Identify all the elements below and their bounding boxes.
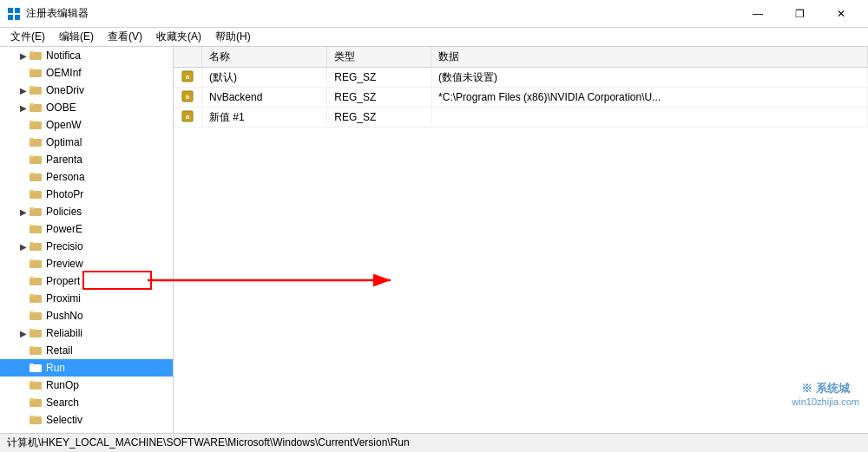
tree-item-precisio[interactable]: ▶ Precisio (0, 238, 173, 255)
svg-rect-30 (30, 242, 34, 245)
tree-item-runop[interactable]: ▶ RunOp (0, 377, 173, 394)
menu-edit[interactable]: 编辑(E) (52, 28, 101, 46)
tree-item-powere[interactable]: ▶ PowerE (0, 220, 173, 238)
svg-rect-0 (8, 8, 13, 13)
tree-label: Precisio (46, 240, 83, 252)
folder-icon (30, 67, 43, 79)
close-button[interactable]: ✕ (821, 1, 861, 27)
folder-icon (30, 292, 43, 305)
col-name-header[interactable]: 名称 (202, 47, 327, 68)
row-data: (数值未设置) (431, 68, 868, 88)
folder-icon (30, 49, 43, 62)
folder-icon (30, 119, 43, 131)
svg-rect-1 (15, 8, 20, 13)
expander-precisio[interactable]: ▶ (17, 240, 30, 252)
string-value-icon: a (181, 89, 194, 103)
svg-rect-22 (30, 173, 34, 175)
row-name: (默认) (202, 68, 327, 88)
tree-item-preview[interactable]: ▶ Preview (0, 255, 173, 272)
watermark: ※ 系统城 win10zhijia.com (792, 381, 859, 407)
restore-button[interactable]: ❐ (779, 1, 819, 27)
expander-reliabili[interactable]: ▶ (17, 327, 30, 339)
menu-bar: 文件(E) 编辑(E) 查看(V) 收藏夹(A) 帮助(H) (0, 28, 868, 47)
tree-item-run[interactable]: ▶ Run (0, 359, 173, 377)
tree-label: OneDriv (46, 84, 84, 96)
row-name: NvBackend (202, 88, 327, 108)
expander-notifica[interactable]: ▶ (17, 49, 30, 62)
tree-item-propert[interactable]: ▶ Propert (0, 272, 173, 290)
tree-label: Persona (46, 171, 85, 183)
folder-icon (30, 240, 43, 252)
registry-values-panel[interactable]: 名称 类型 数据 a (默认) R (174, 47, 868, 433)
expander-settings[interactable]: ▶ (17, 431, 30, 433)
tree-label: Proximi (46, 292, 81, 305)
tree-item-search[interactable]: ▶ Search (0, 394, 173, 411)
tree-item-selectiv[interactable]: ▶ Selectiv (0, 411, 173, 429)
tree-label: Propert (46, 275, 80, 287)
col-type-header[interactable]: 类型 (327, 47, 431, 68)
menu-help[interactable]: 帮助(H) (208, 28, 258, 46)
tree-item-photopr[interactable]: ▶ PhotoPr (0, 186, 173, 203)
tree-item-openw[interactable]: ▶ OpenW (0, 116, 173, 134)
tree-item-settings[interactable]: ▶ Settings (0, 429, 173, 433)
tree-label: Policies (46, 206, 82, 218)
tree-item-proximi[interactable]: ▶ Proximi (0, 290, 173, 307)
tree-label: Run (46, 362, 65, 374)
col-data-header[interactable]: 数据 (431, 47, 868, 68)
menu-favorites[interactable]: 收藏夹(A) (149, 28, 208, 46)
folder-icon (30, 327, 43, 339)
tree-label: PhotoPr (46, 188, 83, 200)
app-icon (7, 7, 21, 21)
tree-item-pushno[interactable]: ▶ PushNo (0, 307, 173, 324)
expander-oobe[interactable]: ▶ (17, 102, 30, 114)
window-title: 注册表编辑器 (26, 6, 738, 21)
tree-label: PushNo (46, 310, 83, 322)
row-type: REG_SZ (327, 88, 431, 108)
tree-label: Search (46, 396, 79, 409)
tree-item-oobe[interactable]: ▶ OOBE (0, 99, 173, 116)
menu-file[interactable]: 文件(E) (3, 28, 52, 46)
svg-rect-2 (8, 15, 13, 20)
default-value-icon: a (181, 69, 194, 83)
folder-icon (30, 206, 43, 218)
folder-icon (30, 136, 43, 148)
tree-label: Notifica (46, 49, 81, 62)
folder-icon (30, 275, 43, 287)
tree-item-notifica[interactable]: ▶ Notifica (0, 47, 173, 64)
folder-icon (30, 344, 43, 357)
tree-item-retail[interactable]: ▶ Retail (0, 342, 173, 359)
tree-label: Preview (46, 258, 83, 270)
folder-icon (30, 414, 43, 426)
watermark-line2: win10zhijia.com (792, 396, 859, 407)
table-row[interactable]: a (默认) REG_SZ (数值未设置) (174, 68, 868, 88)
tree-item-onedriv[interactable]: ▶ OneDriv (0, 82, 173, 99)
registry-table: 名称 类型 数据 a (默认) R (174, 47, 868, 128)
folder-icon (30, 396, 43, 409)
svg-rect-26 (30, 207, 34, 210)
expander-onedriv[interactable]: ▶ (17, 84, 30, 96)
title-bar: 注册表编辑器 — ❐ ✕ (0, 0, 868, 28)
tree-item-policies[interactable]: ▶ Policies (0, 203, 173, 220)
tree-label: RunOp (46, 379, 79, 391)
tree-label: Settings (46, 431, 83, 433)
svg-rect-20 (30, 155, 34, 158)
tree-item-reliabili[interactable]: ▶ Reliabili (0, 324, 173, 342)
table-row[interactable]: a 新值 #1 REG_SZ (174, 108, 868, 128)
folder-icon (30, 188, 43, 200)
menu-view[interactable]: 查看(V) (101, 28, 149, 46)
tree-item-optimal[interactable]: ▶ Optimal (0, 134, 173, 151)
registry-tree[interactable]: ▶ Notifica ▶ OEMInf ▶ OneDriv ▶ OOBE (0, 47, 174, 433)
tree-item-persona[interactable]: ▶ Persona (0, 168, 173, 186)
tree-label: Reliabili (46, 327, 82, 339)
tree-item-oeminf[interactable]: ▶ OEMInf (0, 64, 173, 82)
expander-policies[interactable]: ▶ (17, 206, 30, 218)
minimize-button[interactable]: — (738, 1, 778, 27)
folder-icon (30, 84, 43, 96)
status-path: 计算机\HKEY_LOCAL_MACHINE\SOFTWARE\Microsof… (7, 436, 410, 450)
tree-item-parenta[interactable]: ▶ Parenta (0, 151, 173, 168)
svg-rect-42 (30, 346, 34, 349)
table-row[interactable]: a NvBackend REG_SZ *C:\Program Files (x8… (174, 88, 868, 108)
row-data (431, 108, 868, 128)
svg-rect-8 (30, 51, 34, 54)
svg-rect-34 (30, 277, 34, 279)
